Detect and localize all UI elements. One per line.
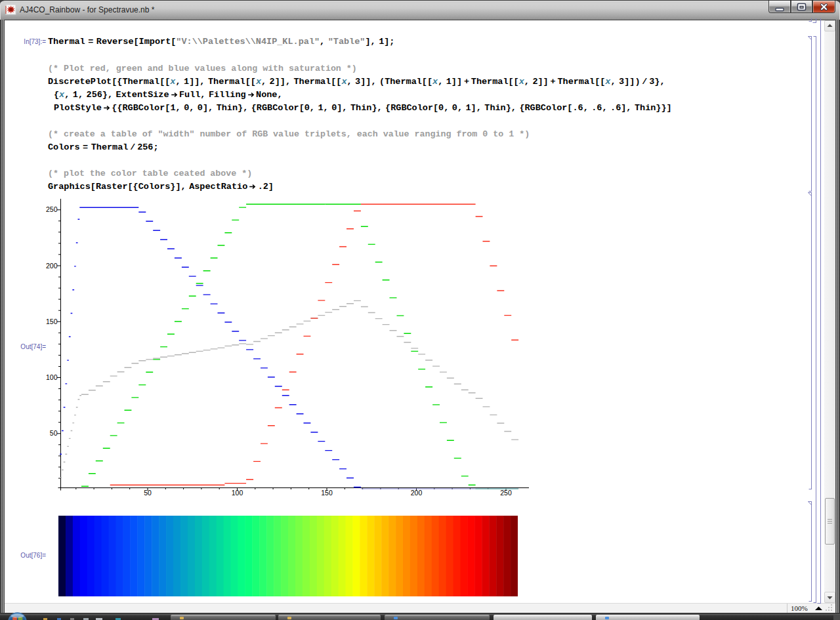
svg-text:150: 150 xyxy=(46,318,58,325)
svg-text:250: 250 xyxy=(500,489,512,497)
svg-text:250: 250 xyxy=(46,205,58,213)
svg-text:150: 150 xyxy=(321,489,333,497)
svg-text:200: 200 xyxy=(411,489,423,497)
svg-text:100: 100 xyxy=(46,373,58,381)
svg-text:200: 200 xyxy=(46,262,58,270)
svg-text:50: 50 xyxy=(144,489,152,497)
svg-text:50: 50 xyxy=(50,429,58,437)
svg-text:100: 100 xyxy=(232,489,243,497)
